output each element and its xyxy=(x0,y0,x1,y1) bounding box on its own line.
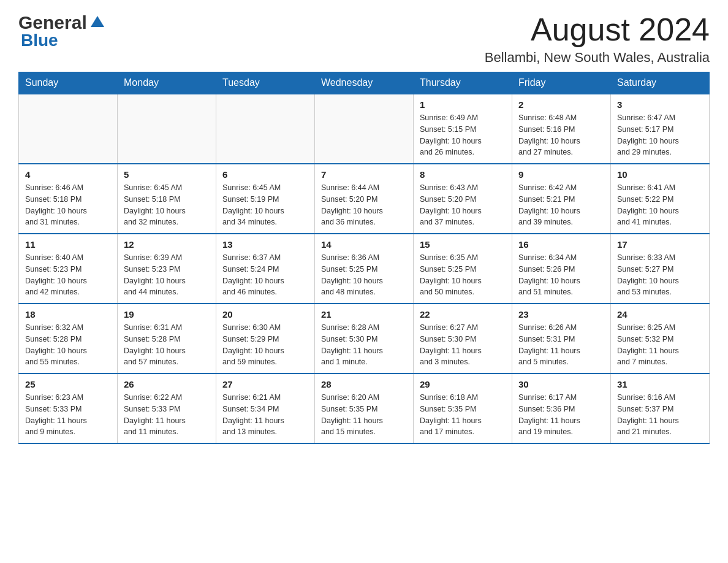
calendar-cell: 20Sunrise: 6:30 AM Sunset: 5:29 PM Dayli… xyxy=(216,304,315,373)
calendar-cell: 4Sunrise: 6:46 AM Sunset: 5:18 PM Daylig… xyxy=(19,164,118,234)
calendar-cell xyxy=(315,94,414,164)
svg-marker-0 xyxy=(91,16,104,27)
calendar-cell: 8Sunrise: 6:43 AM Sunset: 5:20 PM Daylig… xyxy=(414,164,512,234)
day-number: 13 xyxy=(222,239,308,250)
calendar-cell: 23Sunrise: 6:26 AM Sunset: 5:31 PM Dayli… xyxy=(512,304,611,373)
day-info: Sunrise: 6:30 AM Sunset: 5:29 PM Dayligh… xyxy=(222,322,308,368)
logo-icon xyxy=(88,13,107,32)
day-info: Sunrise: 6:32 AM Sunset: 5:28 PM Dayligh… xyxy=(25,322,111,368)
calendar-header-thursday: Thursday xyxy=(414,72,512,94)
day-info: Sunrise: 6:17 AM Sunset: 5:36 PM Dayligh… xyxy=(518,392,604,438)
calendar-cell: 26Sunrise: 6:22 AM Sunset: 5:33 PM Dayli… xyxy=(118,373,216,443)
calendar-cell: 27Sunrise: 6:21 AM Sunset: 5:34 PM Dayli… xyxy=(216,373,315,443)
calendar-cell: 11Sunrise: 6:40 AM Sunset: 5:23 PM Dayli… xyxy=(19,234,118,304)
day-info: Sunrise: 6:33 AM Sunset: 5:27 PM Dayligh… xyxy=(617,252,703,298)
day-number: 7 xyxy=(321,169,407,180)
day-info: Sunrise: 6:49 AM Sunset: 5:15 PM Dayligh… xyxy=(420,112,506,158)
day-number: 12 xyxy=(124,239,210,250)
day-info: Sunrise: 6:28 AM Sunset: 5:30 PM Dayligh… xyxy=(321,322,407,368)
day-info: Sunrise: 6:47 AM Sunset: 5:17 PM Dayligh… xyxy=(617,112,703,158)
calendar-cell: 28Sunrise: 6:20 AM Sunset: 5:35 PM Dayli… xyxy=(315,373,414,443)
day-info: Sunrise: 6:18 AM Sunset: 5:35 PM Dayligh… xyxy=(420,392,506,438)
day-info: Sunrise: 6:41 AM Sunset: 5:22 PM Dayligh… xyxy=(617,182,703,228)
day-info: Sunrise: 6:22 AM Sunset: 5:33 PM Dayligh… xyxy=(124,392,210,438)
day-number: 28 xyxy=(321,379,407,389)
logo-blue-text: Blue xyxy=(21,31,58,50)
calendar-cell: 22Sunrise: 6:27 AM Sunset: 5:30 PM Dayli… xyxy=(414,304,512,373)
calendar-cell: 6Sunrise: 6:45 AM Sunset: 5:19 PM Daylig… xyxy=(216,164,315,234)
day-info: Sunrise: 6:20 AM Sunset: 5:35 PM Dayligh… xyxy=(321,392,407,438)
day-number: 29 xyxy=(420,379,506,389)
day-number: 19 xyxy=(124,309,210,320)
calendar-week-row: 1Sunrise: 6:49 AM Sunset: 5:15 PM Daylig… xyxy=(19,94,710,164)
calendar-header-friday: Friday xyxy=(512,72,611,94)
day-number: 18 xyxy=(25,309,111,320)
day-number: 22 xyxy=(420,309,506,320)
day-number: 17 xyxy=(617,239,703,250)
calendar-header-wednesday: Wednesday xyxy=(315,72,414,94)
day-number: 5 xyxy=(124,169,210,180)
logo-general-text: General xyxy=(18,12,87,33)
day-number: 3 xyxy=(617,99,703,110)
calendar-cell: 15Sunrise: 6:35 AM Sunset: 5:25 PM Dayli… xyxy=(414,234,512,304)
day-number: 21 xyxy=(321,309,407,320)
calendar-cell xyxy=(118,94,216,164)
page-header: General Blue August 2024 Bellambi, New S… xyxy=(18,12,710,66)
day-number: 20 xyxy=(222,309,308,320)
day-number: 2 xyxy=(518,99,604,110)
calendar-cell: 24Sunrise: 6:25 AM Sunset: 5:32 PM Dayli… xyxy=(611,304,710,373)
day-info: Sunrise: 6:45 AM Sunset: 5:18 PM Dayligh… xyxy=(124,182,210,228)
title-block: August 2024 Bellambi, New South Wales, A… xyxy=(485,12,710,66)
day-number: 9 xyxy=(518,169,604,180)
day-info: Sunrise: 6:46 AM Sunset: 5:18 PM Dayligh… xyxy=(25,182,111,228)
calendar-header-sunday: Sunday xyxy=(19,72,118,94)
calendar-cell: 1Sunrise: 6:49 AM Sunset: 5:15 PM Daylig… xyxy=(414,94,512,164)
day-info: Sunrise: 6:40 AM Sunset: 5:23 PM Dayligh… xyxy=(25,252,111,298)
day-number: 27 xyxy=(222,379,308,389)
day-number: 25 xyxy=(25,379,111,389)
day-number: 16 xyxy=(518,239,604,250)
calendar-cell: 25Sunrise: 6:23 AM Sunset: 5:33 PM Dayli… xyxy=(19,373,118,443)
day-info: Sunrise: 6:25 AM Sunset: 5:32 PM Dayligh… xyxy=(617,322,703,368)
calendar-week-row: 4Sunrise: 6:46 AM Sunset: 5:18 PM Daylig… xyxy=(19,164,710,234)
calendar-cell: 10Sunrise: 6:41 AM Sunset: 5:22 PM Dayli… xyxy=(611,164,710,234)
calendar-cell: 29Sunrise: 6:18 AM Sunset: 5:35 PM Dayli… xyxy=(414,373,512,443)
day-info: Sunrise: 6:16 AM Sunset: 5:37 PM Dayligh… xyxy=(617,392,703,438)
calendar-cell xyxy=(19,94,118,164)
day-number: 8 xyxy=(420,169,506,180)
day-number: 30 xyxy=(518,379,604,389)
calendar-week-row: 18Sunrise: 6:32 AM Sunset: 5:28 PM Dayli… xyxy=(19,304,710,373)
calendar-header-monday: Monday xyxy=(118,72,216,94)
calendar-cell: 19Sunrise: 6:31 AM Sunset: 5:28 PM Dayli… xyxy=(118,304,216,373)
day-info: Sunrise: 6:37 AM Sunset: 5:24 PM Dayligh… xyxy=(222,252,308,298)
day-number: 26 xyxy=(124,379,210,389)
calendar-cell: 30Sunrise: 6:17 AM Sunset: 5:36 PM Dayli… xyxy=(512,373,611,443)
day-number: 31 xyxy=(617,379,703,389)
day-number: 6 xyxy=(222,169,308,180)
day-number: 14 xyxy=(321,239,407,250)
day-info: Sunrise: 6:27 AM Sunset: 5:30 PM Dayligh… xyxy=(420,322,506,368)
day-info: Sunrise: 6:35 AM Sunset: 5:25 PM Dayligh… xyxy=(420,252,506,298)
calendar-cell: 18Sunrise: 6:32 AM Sunset: 5:28 PM Dayli… xyxy=(19,304,118,373)
day-number: 23 xyxy=(518,309,604,320)
calendar-header-saturday: Saturday xyxy=(611,72,710,94)
day-number: 24 xyxy=(617,309,703,320)
calendar-cell: 13Sunrise: 6:37 AM Sunset: 5:24 PM Dayli… xyxy=(216,234,315,304)
day-info: Sunrise: 6:44 AM Sunset: 5:20 PM Dayligh… xyxy=(321,182,407,228)
calendar-header-tuesday: Tuesday xyxy=(216,72,315,94)
calendar-table: SundayMondayTuesdayWednesdayThursdayFrid… xyxy=(18,72,710,444)
calendar-cell: 31Sunrise: 6:16 AM Sunset: 5:37 PM Dayli… xyxy=(611,373,710,443)
day-info: Sunrise: 6:34 AM Sunset: 5:26 PM Dayligh… xyxy=(518,252,604,298)
day-info: Sunrise: 6:45 AM Sunset: 5:19 PM Dayligh… xyxy=(222,182,308,228)
calendar-week-row: 25Sunrise: 6:23 AM Sunset: 5:33 PM Dayli… xyxy=(19,373,710,443)
calendar-cell: 5Sunrise: 6:45 AM Sunset: 5:18 PM Daylig… xyxy=(118,164,216,234)
day-number: 4 xyxy=(25,169,111,180)
day-info: Sunrise: 6:43 AM Sunset: 5:20 PM Dayligh… xyxy=(420,182,506,228)
calendar-cell: 14Sunrise: 6:36 AM Sunset: 5:25 PM Dayli… xyxy=(315,234,414,304)
calendar-cell: 7Sunrise: 6:44 AM Sunset: 5:20 PM Daylig… xyxy=(315,164,414,234)
calendar-cell: 12Sunrise: 6:39 AM Sunset: 5:23 PM Dayli… xyxy=(118,234,216,304)
calendar-cell: 2Sunrise: 6:48 AM Sunset: 5:16 PM Daylig… xyxy=(512,94,611,164)
day-info: Sunrise: 6:26 AM Sunset: 5:31 PM Dayligh… xyxy=(518,322,604,368)
calendar-cell: 3Sunrise: 6:47 AM Sunset: 5:17 PM Daylig… xyxy=(611,94,710,164)
day-info: Sunrise: 6:48 AM Sunset: 5:16 PM Dayligh… xyxy=(518,112,604,158)
